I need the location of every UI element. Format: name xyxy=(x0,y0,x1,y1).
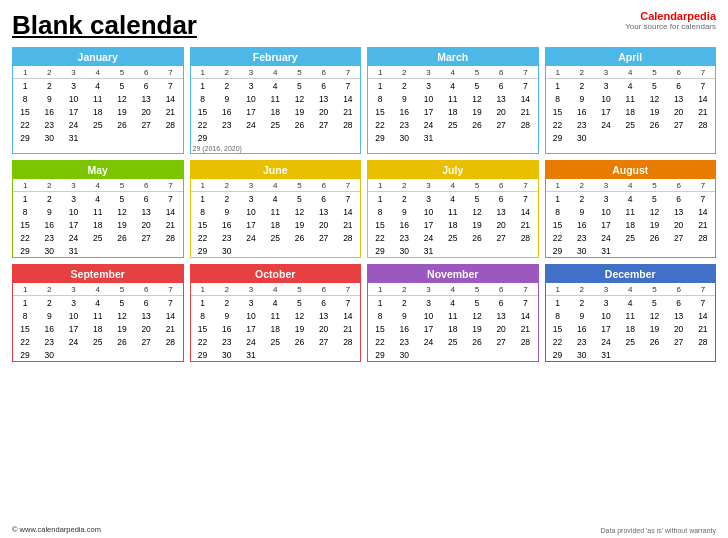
day-cell: 14 xyxy=(336,92,360,105)
day-cell: 29 xyxy=(13,348,37,361)
day-cell: 15 xyxy=(546,105,570,118)
day-cell: 30 xyxy=(215,348,239,361)
day-cell: 22 xyxy=(13,118,37,131)
day-cell: 1 xyxy=(191,296,215,310)
day-cell: 17 xyxy=(239,322,263,335)
dow-header: 7 xyxy=(513,179,537,192)
month-table-dec: 1234567123456789101112131415161718192021… xyxy=(546,283,716,361)
day-cell xyxy=(513,348,537,361)
dow-header: 1 xyxy=(368,283,392,296)
day-cell: 21 xyxy=(158,322,182,335)
day-cell: 8 xyxy=(368,205,392,218)
dow-header: 7 xyxy=(336,66,360,79)
day-cell: 19 xyxy=(465,105,489,118)
day-cell: 12 xyxy=(287,309,311,322)
day-cell: 3 xyxy=(239,79,263,93)
dow-header: 1 xyxy=(546,66,570,79)
day-cell xyxy=(618,131,642,144)
day-cell: 15 xyxy=(368,322,392,335)
dow-header: 4 xyxy=(618,66,642,79)
month-header-aug: August xyxy=(546,161,716,179)
day-cell: 30 xyxy=(37,348,61,361)
day-cell: 26 xyxy=(110,335,134,348)
dow-header: 5 xyxy=(287,179,311,192)
day-cell: 7 xyxy=(513,296,537,310)
month-header-may: May xyxy=(13,161,183,179)
day-cell: 1 xyxy=(546,79,570,93)
day-cell: 5 xyxy=(110,192,134,206)
day-cell: 26 xyxy=(465,118,489,131)
dow-header: 7 xyxy=(691,66,715,79)
day-cell: 8 xyxy=(546,309,570,322)
day-cell: 1 xyxy=(368,296,392,310)
day-cell: 29 xyxy=(546,348,570,361)
day-cell: 20 xyxy=(134,322,158,335)
day-cell: 13 xyxy=(667,205,691,218)
month-header-oct: October xyxy=(191,265,361,283)
calendar-sep: September1234567123456789101112131415161… xyxy=(12,264,184,362)
day-cell: 6 xyxy=(667,79,691,93)
day-cell: 12 xyxy=(465,92,489,105)
day-cell: 19 xyxy=(110,322,134,335)
day-cell: 27 xyxy=(667,335,691,348)
dow-header: 3 xyxy=(239,179,263,192)
day-cell: 7 xyxy=(336,296,360,310)
day-cell: 6 xyxy=(134,79,158,93)
day-cell: 16 xyxy=(215,322,239,335)
day-cell: 14 xyxy=(158,309,182,322)
dow-header: 1 xyxy=(191,179,215,192)
day-cell: 28 xyxy=(513,231,537,244)
day-cell: 18 xyxy=(441,105,465,118)
day-cell: 1 xyxy=(368,79,392,93)
day-cell xyxy=(263,131,287,144)
day-cell: 23 xyxy=(570,231,594,244)
day-cell: 22 xyxy=(546,118,570,131)
day-cell xyxy=(239,244,263,257)
month-header-sep: September xyxy=(13,265,183,283)
day-cell: 8 xyxy=(368,309,392,322)
day-cell: 12 xyxy=(642,309,666,322)
day-cell xyxy=(667,131,691,144)
month-table-feb: 1234567123456789101112131415161718192021… xyxy=(191,66,361,144)
day-cell xyxy=(287,131,311,144)
dow-header: 6 xyxy=(312,283,336,296)
day-cell: 6 xyxy=(489,192,513,206)
day-cell xyxy=(110,244,134,257)
dow-header: 1 xyxy=(546,179,570,192)
dow-header: 7 xyxy=(336,179,360,192)
day-cell: 19 xyxy=(110,105,134,118)
day-cell: 28 xyxy=(691,231,715,244)
day-cell: 9 xyxy=(215,92,239,105)
day-cell: 11 xyxy=(86,92,110,105)
day-cell: 3 xyxy=(594,79,618,93)
day-cell: 28 xyxy=(158,335,182,348)
day-cell: 14 xyxy=(691,205,715,218)
day-cell: 15 xyxy=(13,218,37,231)
day-cell: 21 xyxy=(336,105,360,118)
dow-header: 5 xyxy=(642,179,666,192)
day-cell: 16 xyxy=(570,218,594,231)
day-cell: 18 xyxy=(618,218,642,231)
day-cell xyxy=(642,131,666,144)
day-cell: 2 xyxy=(37,296,61,310)
day-cell: 4 xyxy=(263,192,287,206)
day-cell: 24 xyxy=(594,335,618,348)
day-cell: 30 xyxy=(392,131,416,144)
month-table-jul: 1234567123456789101112131415161718192021… xyxy=(368,179,538,257)
day-cell: 13 xyxy=(312,309,336,322)
dow-header: 4 xyxy=(86,179,110,192)
day-cell: 24 xyxy=(416,335,440,348)
day-cell: 23 xyxy=(392,231,416,244)
dow-header: 1 xyxy=(13,179,37,192)
dow-header: 6 xyxy=(312,66,336,79)
dow-header: 3 xyxy=(594,283,618,296)
day-cell: 10 xyxy=(416,92,440,105)
day-cell: 10 xyxy=(239,309,263,322)
day-cell: 25 xyxy=(618,231,642,244)
day-cell: 16 xyxy=(37,322,61,335)
day-cell: 21 xyxy=(158,218,182,231)
day-cell: 13 xyxy=(489,92,513,105)
day-cell: 25 xyxy=(441,335,465,348)
day-cell: 23 xyxy=(37,335,61,348)
day-cell: 23 xyxy=(215,118,239,131)
